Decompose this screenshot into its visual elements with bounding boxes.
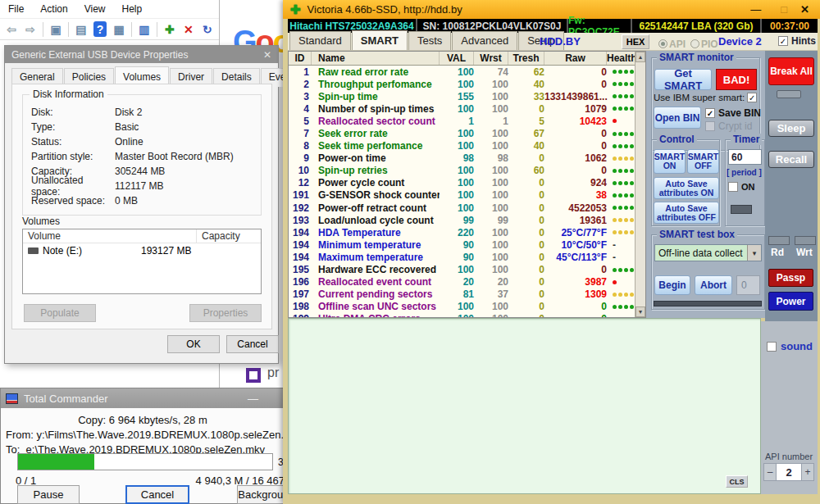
smart-row-194[interactable]: 194 Maximum temperature 90 100 0 45°C/11… — [289, 251, 635, 263]
smart-row-197[interactable]: 197 Current pending sectors 81 37 0 1309 — [289, 288, 635, 301]
smart-row-199[interactable]: 199 Ultra DMA CRC errors 100 100 0 0 — [289, 313, 635, 317]
smart-row-7[interactable]: 7 Seek error rate 100 100 67 0 — [289, 127, 635, 139]
menu-help[interactable]: Help — [122, 3, 143, 15]
update-driver-icon[interactable]: ✚ — [163, 21, 176, 37]
smart-row-2[interactable]: 2 Throughput perfomance 100 100 40 0 — [289, 78, 635, 90]
auto-save-on-button[interactable]: Auto Save attributes ON — [654, 177, 719, 199]
close-icon[interactable]: ✕ — [797, 3, 813, 16]
smart-row-10[interactable]: 10 Spin-up retries 100 100 60 0 — [289, 165, 635, 177]
smart-row-9[interactable]: 9 Power-on time 98 98 0 1062 — [289, 152, 635, 165]
help-icon[interactable]: ? — [93, 21, 107, 37]
column-header-tresh[interactable]: Tresh — [508, 52, 544, 65]
api-radio[interactable] — [658, 39, 667, 48]
timer-period-input[interactable] — [728, 149, 762, 165]
console-tree-icon[interactable]: ▣ — [49, 21, 62, 37]
sound-checkbox[interactable] — [767, 342, 777, 352]
save-bin-toggle[interactable]: ✓ Save BIN — [705, 107, 761, 119]
smart-row-193[interactable]: 193 Load/unload cycle count 99 99 0 1936… — [289, 214, 635, 226]
minimize-icon[interactable]: — — [740, 3, 771, 16]
column-capacity[interactable]: Capacity — [197, 230, 240, 242]
smart-row-196[interactable]: 196 Reallocated event count 20 20 0 3987 — [289, 276, 635, 288]
monitor-icon[interactable]: ▥ — [138, 21, 151, 37]
timer-on-checkbox[interactable] — [728, 182, 738, 192]
smart-row-194[interactable]: 194 Minimum temperature 90 100 0 10°C/50… — [289, 238, 635, 251]
menu-action[interactable]: Action — [40, 3, 67, 15]
scroll-up-icon[interactable]: ▴ — [636, 52, 645, 62]
smart-row-3[interactable]: 3 Spin-up time 155 100 33 1331439861... — [289, 90, 635, 102]
back-arrow-icon[interactable]: ⇦ — [5, 21, 18, 37]
smart-on-button[interactable]: SMART ON — [654, 149, 686, 174]
auto-save-off-button[interactable]: Auto Save attributes OFF — [654, 202, 719, 224]
crypt-id-toggle[interactable]: Crypt id — [705, 120, 752, 132]
smart-row-5[interactable]: 5 Reallocated sector count 1 1 5 10423 — [289, 115, 635, 127]
smart-row-198[interactable]: 198 Offline scan UNC sectors 100 100 0 0 — [289, 301, 635, 313]
log-area[interactable]: CLS — [288, 318, 761, 494]
ibm-smart-toggle[interactable]: Use IBM super smart: ✓ — [654, 93, 758, 102]
spinner-plus-button[interactable]: + — [801, 463, 814, 481]
devices-icon[interactable]: ▦ — [112, 21, 125, 37]
smart-row-195[interactable]: 195 Hardware ECC recovered 100 100 0 0 — [289, 264, 635, 276]
properties-icon[interactable]: ▤ — [75, 21, 88, 37]
save-bin-checkbox[interactable]: ✓ — [705, 108, 715, 118]
power-button[interactable]: Power — [768, 292, 813, 311]
maximize-icon[interactable]: □ — [771, 3, 797, 16]
ibm-smart-checkbox[interactable]: ✓ — [747, 93, 757, 102]
properties-button[interactable]: Properties — [189, 304, 262, 322]
begin-test-button[interactable]: Begin — [654, 275, 690, 295]
victoria-tab-standard[interactable]: Standard — [289, 31, 351, 50]
cancel-button[interactable]: Cancel — [226, 335, 279, 353]
hints-checkbox[interactable]: ✓ — [778, 36, 788, 46]
column-volume[interactable]: Volume — [23, 229, 197, 243]
column-header-id[interactable]: ID — [289, 52, 312, 65]
victoria-title-bar[interactable]: ✚ Victoria 4.66b-SSD, http://hdd.by — □ … — [283, 0, 820, 19]
abort-test-button[interactable]: Abort — [695, 275, 732, 295]
victoria-tab-smart[interactable]: SMART — [352, 30, 408, 50]
test-select-dropdown[interactable]: Off-line data collect ▾ — [654, 244, 762, 261]
smart-row-12[interactable]: 12 Power cycle count 100 100 0 924 — [289, 177, 635, 189]
hex-button[interactable]: HEX — [622, 34, 649, 49]
smart-row-4[interactable]: 4 Number of spin-up times 100 100 0 1079 — [289, 102, 635, 115]
password-button[interactable]: Passp — [768, 269, 813, 287]
get-smart-button[interactable]: Get SMART — [654, 69, 712, 90]
victoria-tab-tests[interactable]: Tests — [408, 31, 451, 50]
column-header-raw[interactable]: Raw — [544, 52, 607, 65]
scroll-down-icon[interactable]: ▾ — [636, 306, 645, 317]
ok-button[interactable]: OK — [167, 335, 220, 353]
sound-toggle[interactable]: sound — [767, 340, 813, 352]
hints-toggle[interactable]: ✓ Hints — [778, 35, 816, 47]
vertical-scrollbar[interactable]: ▴ ▾ — [635, 52, 645, 317]
clear-log-button[interactable]: CLS — [726, 475, 748, 488]
smart-off-button[interactable]: SMART OFF — [687, 149, 719, 174]
props-tab-volumes[interactable]: Volumes — [115, 66, 169, 85]
crypt-id-checkbox[interactable] — [705, 121, 715, 131]
sleep-button[interactable]: Sleep — [768, 120, 814, 137]
smart-row-194[interactable]: 194 HDA Temperature 220 100 0 25°C/77°F — [289, 226, 635, 238]
spinner-minus-button[interactable]: – — [763, 463, 777, 481]
minimize-icon[interactable]: — — [248, 393, 258, 405]
volumes-list[interactable]: Volume Capacity Note (E:) 193127 MB — [22, 229, 262, 294]
smart-row-191[interactable]: 191 G-SENSOR shock counter 100 100 0 38 — [289, 189, 635, 202]
smart-row-192[interactable]: 192 Power-off retract count 100 100 0 45… — [289, 202, 635, 214]
forward-arrow-icon[interactable]: ⇨ — [24, 21, 37, 37]
recall-button[interactable]: Recall — [768, 151, 814, 168]
uninstall-icon[interactable]: ✕ — [182, 21, 195, 37]
break-all-button[interactable]: Break All — [768, 57, 814, 85]
column-header-health[interactable]: Health — [607, 52, 635, 65]
column-header-name[interactable]: Name — [312, 52, 440, 65]
dialog-title-bar[interactable]: Generic External USB Device Properties ✕ — [5, 46, 278, 63]
cancel-button[interactable]: Cancel — [125, 485, 189, 504]
open-bin-button[interactable]: Open BIN — [654, 107, 701, 129]
pio-radio[interactable] — [690, 39, 699, 48]
tc-title-bar[interactable]: Total Commander — — [1, 388, 285, 408]
close-icon[interactable]: ✕ — [263, 49, 271, 61]
scan-icon[interactable]: ↻ — [201, 21, 214, 37]
menu-file[interactable]: File — [8, 3, 24, 15]
chevron-down-icon[interactable]: ▾ — [747, 245, 761, 261]
menu-view[interactable]: View — [84, 3, 106, 15]
pause-button[interactable]: Pause — [17, 485, 80, 504]
victoria-tab-advanced[interactable]: Advanced — [452, 31, 517, 50]
smart-row-8[interactable]: 8 Seek time perfomance 100 100 40 0 — [289, 140, 635, 152]
timer-on-toggle[interactable]: ON — [728, 182, 755, 192]
volume-row[interactable]: Note (E:) 193127 MB — [23, 243, 261, 258]
column-header-wrst[interactable]: Wrst — [474, 52, 508, 65]
